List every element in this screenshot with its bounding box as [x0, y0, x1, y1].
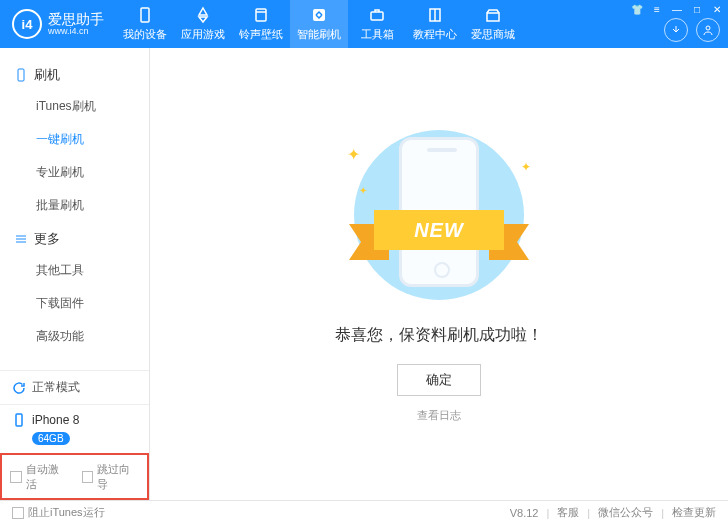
- nav-label: 铃声壁纸: [239, 27, 283, 42]
- footer-link-support[interactable]: 客服: [557, 505, 579, 520]
- checkbox-icon: [10, 471, 22, 483]
- content-pane: ✦ ✦ ✦ NEW 恭喜您，保资料刷机成功啦！ 确定 查看日志: [150, 48, 728, 500]
- device-name: iPhone 8: [32, 413, 79, 427]
- music-icon: [252, 6, 270, 24]
- sidebar-item-oneclick[interactable]: 一键刷机: [0, 123, 149, 156]
- close-button[interactable]: ✕: [710, 2, 724, 16]
- nav-apps[interactable]: 应用游戏: [174, 0, 232, 48]
- sidebar-item-batch[interactable]: 批量刷机: [0, 189, 149, 222]
- nav-label: 应用游戏: [181, 27, 225, 42]
- nav-label: 工具箱: [361, 27, 394, 42]
- nav-label: 爱思商城: [471, 27, 515, 42]
- check-label: 阻止iTunes运行: [28, 505, 105, 520]
- star-icon: ✦: [347, 145, 360, 164]
- nav-flash[interactable]: 智能刷机: [290, 0, 348, 48]
- separator: |: [661, 507, 664, 519]
- account-buttons: [664, 18, 720, 42]
- svg-rect-7: [487, 13, 499, 21]
- nav-label: 智能刷机: [297, 27, 341, 42]
- nav-ringtones[interactable]: 铃声壁纸: [232, 0, 290, 48]
- download-button[interactable]: [664, 18, 688, 42]
- star-icon: ✦: [359, 185, 367, 196]
- svg-rect-3: [313, 9, 325, 21]
- sidebar-item-firmware[interactable]: 下载固件: [0, 287, 149, 320]
- check-auto-activate[interactable]: 自动激活: [10, 462, 68, 492]
- sidebar-group-flash: 刷机: [0, 58, 149, 90]
- svg-rect-9: [18, 69, 24, 81]
- bottom-checks: 自动激活 跳过向导: [0, 453, 149, 500]
- group-title: 刷机: [34, 66, 60, 84]
- footer-link-wechat[interactable]: 微信公众号: [598, 505, 653, 520]
- app-name: 爱思助手: [48, 12, 104, 26]
- success-illustration: ✦ ✦ ✦ NEW: [329, 125, 549, 305]
- user-button[interactable]: [696, 18, 720, 42]
- shop-icon: [484, 6, 502, 24]
- top-nav: 我的设备 应用游戏 铃声壁纸 智能刷机 工具箱 教程中心 爱思商城: [116, 0, 522, 48]
- svg-rect-0: [141, 8, 149, 22]
- new-ribbon: NEW: [349, 210, 529, 254]
- ok-button[interactable]: 确定: [397, 364, 481, 396]
- logo-area: i4 爱思助手 www.i4.cn: [0, 9, 116, 39]
- svg-rect-1: [256, 9, 266, 21]
- toolbox-icon: [368, 6, 386, 24]
- sidebar-group-more: 更多: [0, 222, 149, 254]
- minimize-button[interactable]: —: [670, 2, 684, 16]
- main-area: 刷机 iTunes刷机 一键刷机 专业刷机 批量刷机 更多 其他工具 下载固件 …: [0, 48, 728, 500]
- logo-icon: i4: [12, 9, 42, 39]
- device-capacity: 64GB: [32, 432, 70, 445]
- checkbox-icon: [12, 507, 24, 519]
- window-controls: 👕 ≡ — □ ✕: [630, 2, 724, 16]
- nav-my-device[interactable]: 我的设备: [116, 0, 174, 48]
- ribbon-text: NEW: [374, 210, 504, 250]
- group-title: 更多: [34, 230, 60, 248]
- phone-icon: [14, 68, 28, 82]
- sidebar-item-advanced[interactable]: 高级功能: [0, 320, 149, 353]
- sidebar-item-pro[interactable]: 专业刷机: [0, 156, 149, 189]
- check-label: 自动激活: [26, 462, 68, 492]
- nav-label: 教程中心: [413, 27, 457, 42]
- separator: |: [546, 507, 549, 519]
- shirt-icon[interactable]: 👕: [630, 2, 644, 16]
- more-icon: [14, 232, 28, 246]
- refresh-icon: [12, 381, 26, 395]
- apps-icon: [194, 6, 212, 24]
- checkbox-icon: [82, 471, 94, 483]
- status-label: 正常模式: [32, 379, 80, 396]
- check-label: 跳过向导: [97, 462, 139, 492]
- footer: 阻止iTunes运行 V8.12 | 客服 | 微信公众号 | 检查更新: [0, 500, 728, 524]
- svg-point-8: [706, 26, 710, 30]
- status-box[interactable]: 正常模式: [0, 370, 149, 404]
- sidebar-item-itunes[interactable]: iTunes刷机: [0, 90, 149, 123]
- success-message: 恭喜您，保资料刷机成功啦！: [335, 325, 543, 346]
- sidebar-item-other[interactable]: 其他工具: [0, 254, 149, 287]
- svg-rect-4: [371, 12, 383, 20]
- svg-rect-13: [16, 414, 22, 426]
- device-box[interactable]: iPhone 8 64GB: [0, 404, 149, 453]
- nav-toolbox[interactable]: 工具箱: [348, 0, 406, 48]
- book-icon: [426, 6, 444, 24]
- app-header: i4 爱思助手 www.i4.cn 我的设备 应用游戏 铃声壁纸 智能刷机 工具…: [0, 0, 728, 48]
- device-icon: [12, 413, 26, 427]
- version-label: V8.12: [510, 507, 539, 519]
- star-icon: ✦: [521, 160, 531, 174]
- menu-icon[interactable]: ≡: [650, 2, 664, 16]
- footer-link-update[interactable]: 检查更新: [672, 505, 716, 520]
- check-skip-guide[interactable]: 跳过向导: [82, 462, 140, 492]
- nav-tutorials[interactable]: 教程中心: [406, 0, 464, 48]
- view-log-link[interactable]: 查看日志: [417, 408, 461, 423]
- device-icon: [136, 6, 154, 24]
- nav-store[interactable]: 爱思商城: [464, 0, 522, 48]
- separator: |: [587, 507, 590, 519]
- nav-label: 我的设备: [123, 27, 167, 42]
- flash-icon: [310, 6, 328, 24]
- check-block-itunes[interactable]: 阻止iTunes运行: [12, 505, 105, 520]
- maximize-button[interactable]: □: [690, 2, 704, 16]
- app-url: www.i4.cn: [48, 26, 104, 36]
- sidebar: 刷机 iTunes刷机 一键刷机 专业刷机 批量刷机 更多 其他工具 下载固件 …: [0, 48, 150, 500]
